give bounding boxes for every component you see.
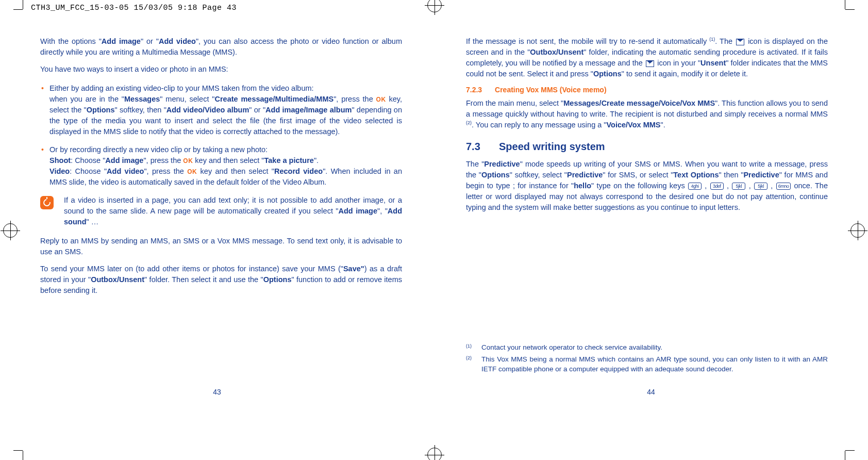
keycap-6: 6mno xyxy=(776,183,791,190)
para-vox-mms: From the main menu, select "Messages/Cre… xyxy=(466,98,828,130)
list-item-record: Or by recording directly a new video cli… xyxy=(40,144,402,188)
page-left: With the options "Add image" or "Add vid… xyxy=(0,36,434,443)
footnote-marker: (1) xyxy=(466,343,481,353)
para-intro-1: With the options "Add image" or "Add vid… xyxy=(40,36,402,58)
crop-mark xyxy=(845,0,845,9)
registration-mark xyxy=(427,448,442,460)
mail-resend-icon xyxy=(736,39,744,45)
page-number: 43 xyxy=(0,388,434,396)
section-title: Creating Vox MMS (Voice memo) xyxy=(495,86,607,94)
section-title: Speed writing system xyxy=(499,141,605,152)
para-predictive: The "Predictive" mode speeds up writing … xyxy=(466,159,828,213)
crop-mark xyxy=(23,451,23,460)
crop-mark xyxy=(845,9,855,10)
section-number: 7.3 xyxy=(466,141,499,153)
page-right: If the message is not sent, the mobile w… xyxy=(434,36,868,443)
page-spread: With the options "Add image" or "Add vid… xyxy=(0,36,868,443)
ok-key-icon: OK xyxy=(187,168,197,175)
footnote-text: This Vox MMS being a normal MMS which co… xyxy=(481,355,828,374)
mail-failed-icon xyxy=(646,60,654,67)
section-7-3-heading: 7.3Speed writing system xyxy=(466,141,828,153)
crop-mark xyxy=(13,450,23,451)
tip-text: If a video is inserted in a page, you ca… xyxy=(64,195,402,227)
footnotes: (1) Contact your network operator to che… xyxy=(466,343,828,376)
crop-mark xyxy=(23,0,23,9)
crop-mark xyxy=(845,451,845,460)
footnote-1: (1) Contact your network operator to che… xyxy=(466,343,828,353)
section-7-2-3-heading: 7.2.3 Creating Vox MMS (Voice memo) xyxy=(466,86,828,94)
keycap-4: 4ghi xyxy=(688,183,702,190)
footnote-text: Contact your network operator to check s… xyxy=(481,343,828,353)
print-header: CTH3_UM_FCC_15-03-05 15/03/05 9:18 Page … xyxy=(31,4,237,12)
ok-key-icon: OK xyxy=(376,96,386,103)
keycap-5: 5jkl xyxy=(754,183,767,190)
ok-key-icon: OK xyxy=(183,157,193,165)
footnote-ref-1: (1) xyxy=(709,37,715,42)
para-reply: Reply to an MMS by sending an MMS, an SM… xyxy=(40,236,402,257)
section-number: 7.2.3 xyxy=(466,86,493,94)
registration-mark xyxy=(427,0,442,12)
para-resend: If the message is not sent, the mobile w… xyxy=(466,36,828,79)
footnote-2: (2) This Vox MMS being a normal MMS whic… xyxy=(466,355,828,374)
footnote-marker: (2) xyxy=(466,355,481,374)
keycap-3: 3def xyxy=(710,183,724,190)
footnote-ref-2: (2) xyxy=(466,120,472,125)
crop-mark xyxy=(845,450,855,451)
insert-methods-list: Either by adding an existing video-clip … xyxy=(40,83,402,188)
tip-box: If a video is inserted in a page, you ca… xyxy=(40,195,402,227)
crop-mark xyxy=(13,9,23,10)
keycap-5: 5jkl xyxy=(732,183,745,190)
list-item-existing: Either by adding an existing video-clip … xyxy=(40,83,402,137)
tip-icon xyxy=(40,196,54,209)
para-intro-2: You have two ways to insert a video or p… xyxy=(40,64,402,75)
page-number: 44 xyxy=(434,388,868,396)
para-save-draft: To send your MMS later on (to add other … xyxy=(40,264,402,296)
